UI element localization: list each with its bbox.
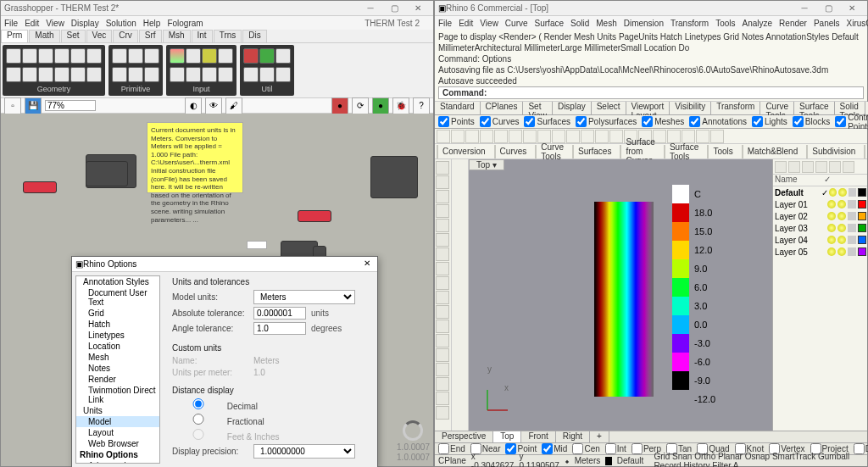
gh-titlebar[interactable]: Grasshopper - THERM Test 2* ─ ▢ ✕ — [1, 1, 433, 16]
shelf-icon[interactable] — [6, 48, 21, 64]
legend-value: C — [689, 189, 701, 199]
tab-trns[interactable]: Trns — [214, 30, 242, 42]
rec-icon[interactable]: ● — [331, 97, 348, 114]
radio-fractional[interactable] — [172, 414, 225, 425]
rh-toolbar2: Conversion Curves Curve Tools Surfaces S… — [435, 144, 867, 159]
rh-max-button[interactable]: ▢ — [816, 3, 840, 14]
bug-icon[interactable]: 🐞 — [392, 97, 409, 114]
rh-viewport[interactable]: Top ▾ C18.015.012.09.06.03.00.0-3.0-6.0-… — [469, 159, 867, 431]
menu-file[interactable]: File — [4, 19, 18, 28]
tab-crv[interactable]: Crv — [113, 30, 138, 42]
gh-shelf: Geometry Primitive Input Util — [1, 43, 433, 98]
lock-icon — [848, 224, 856, 232]
legend-swatch — [672, 371, 689, 390]
lock-icon — [848, 236, 856, 244]
minimize-button[interactable]: ─ — [359, 3, 382, 14]
bulb-icon — [827, 212, 836, 220]
dlg-close-button[interactable]: ✕ — [360, 259, 374, 270]
bulb-icon — [827, 224, 836, 232]
tab-msh[interactable]: Msh — [163, 30, 191, 42]
command-input[interactable] — [490, 88, 863, 97]
rh-titlebar[interactable]: ▣ Rhino 6 Commercial - [Top] ─ ▢ ✕ — [435, 1, 867, 16]
legend-value: 12.0 — [689, 245, 712, 255]
gh-menubar: File Edit View Display Solution Help Fol… — [1, 16, 433, 30]
preview-icon[interactable]: ◐ — [185, 97, 202, 114]
lock-icon — [849, 188, 856, 197]
menu-help[interactable]: Help — [143, 19, 161, 28]
options-tree[interactable]: Annotation Styles Document User Text Gri… — [75, 275, 160, 464]
eye-icon[interactable]: 👁 — [205, 97, 222, 114]
layer-row[interactable]: Layer 02 — [773, 210, 867, 222]
abs-tol-input[interactable] — [253, 307, 306, 320]
bulb-icon — [829, 188, 837, 197]
layer-row[interactable]: Layer 04 — [773, 234, 867, 246]
legend-swatch — [672, 203, 689, 222]
tree-item[interactable]: Annotation Styles — [76, 276, 159, 287]
menu-view[interactable]: View — [46, 19, 64, 28]
swatch-icon — [858, 188, 866, 197]
save-icon[interactable]: 💾 — [25, 97, 42, 114]
legend-value: -9.0 — [689, 375, 710, 386]
legend-swatch — [672, 390, 689, 409]
rhino-options-dialog: ▣ Rhino Options ✕ Annotation Styles Docu… — [71, 256, 378, 467]
rh-filter: Points Curves Surfaces Polysurfaces Mesh… — [435, 115, 867, 129]
rh-command-history: Page to display <Render> ( Render Mesh U… — [435, 30, 867, 102]
refresh-icon[interactable]: ⟳ — [352, 97, 369, 114]
menu-display[interactable]: Display — [71, 19, 99, 28]
green-icon[interactable]: ● — [372, 97, 389, 114]
menu-solution[interactable]: Solution — [106, 19, 136, 28]
brush-icon[interactable]: 🖌 — [225, 97, 242, 114]
options-panel: Units and tolerances Model units:Meters … — [164, 272, 377, 467]
lock-icon — [848, 247, 856, 256]
menu-edit[interactable]: Edit — [25, 19, 39, 28]
color-legend: C18.015.012.09.06.03.00.0-3.0-6.0-9.0-12… — [672, 185, 715, 409]
tab-dis[interactable]: Dis — [242, 30, 266, 42]
node-error[interactable] — [23, 181, 57, 193]
layer-row[interactable]: Layer 03 — [773, 222, 867, 234]
section-units: Units and tolerances — [172, 277, 369, 286]
rh-close-button[interactable]: ✕ — [840, 3, 864, 14]
new-icon[interactable]: ▫ — [4, 97, 21, 114]
menu-fologram[interactable]: Fologram — [167, 19, 203, 28]
maximize-button[interactable]: ▢ — [382, 3, 406, 14]
tab-set[interactable]: Set — [61, 30, 86, 42]
layer-row[interactable]: Default✓ — [773, 186, 867, 198]
legend-swatch — [672, 353, 689, 371]
swatch-icon — [858, 200, 866, 208]
swatch-icon — [858, 212, 866, 220]
viewport-title[interactable]: Top ▾ — [469, 159, 504, 170]
swatch-icon — [858, 236, 866, 244]
panel-note[interactable]: Current document units is in Meters. Con… — [147, 122, 243, 193]
model-units-select[interactable]: Meters — [253, 290, 355, 304]
tab-prm[interactable]: Prm — [1, 30, 28, 42]
dlg-titlebar[interactable]: ▣ Rhino Options ✕ — [72, 257, 377, 272]
tab-math[interactable]: Math — [29, 30, 59, 42]
zoom-input[interactable] — [45, 100, 96, 111]
legend-swatch — [672, 315, 689, 334]
tree-model[interactable]: Model — [76, 416, 159, 427]
gh-status: ▫ 💾 ◐ 👁 🖌 ● ⟳ ● 🐞 ? — [1, 98, 433, 114]
precision-select[interactable]: 1.00000000 — [253, 444, 355, 459]
rh-side-toolbar — [435, 159, 452, 431]
legend-value: 0.0 — [689, 320, 707, 330]
lock-icon — [848, 200, 856, 208]
shelf-util: Util — [240, 45, 294, 96]
legend-swatch — [672, 278, 689, 297]
ang-tol-input[interactable] — [253, 322, 306, 335]
tab-srf[interactable]: Srf — [139, 30, 162, 42]
thermal-mesh[interactable] — [594, 202, 654, 397]
rh-min-button[interactable]: ─ — [793, 3, 816, 14]
legend-value: 9.0 — [689, 264, 707, 274]
legend-swatch — [672, 297, 689, 315]
layer-row[interactable]: Layer 01 — [773, 198, 867, 210]
tool-icon[interactable] — [437, 130, 450, 143]
close-button[interactable]: ✕ — [406, 3, 430, 14]
layer-row[interactable]: Layer 05 — [773, 246, 867, 258]
legend-value: -12.0 — [689, 394, 715, 404]
shelf-geometry: Geometry — [3, 45, 105, 96]
radio-decimal[interactable] — [172, 398, 225, 409]
legend-swatch — [672, 259, 689, 278]
help-icon[interactable]: ? — [413, 97, 430, 114]
tab-vec[interactable]: Vec — [86, 30, 113, 42]
tab-int[interactable]: Int — [192, 30, 213, 42]
